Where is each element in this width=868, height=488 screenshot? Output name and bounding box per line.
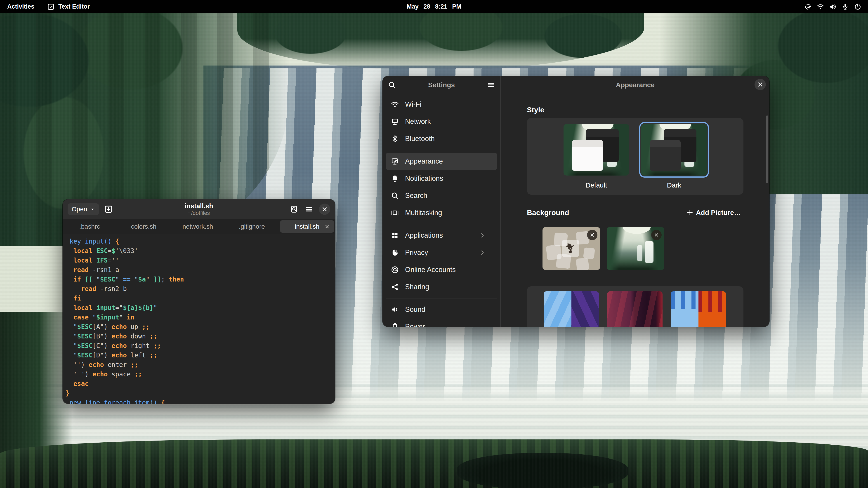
sidebar-item-multitasking[interactable]: Multitasking <box>385 204 497 221</box>
code-line: esac <box>66 379 335 389</box>
sidebar-item-power[interactable]: Power <box>385 318 497 327</box>
bluetooth-icon <box>391 135 399 142</box>
sidebar-item-bluetooth[interactable]: Bluetooth <box>385 130 497 147</box>
desktop: Activities Text Editor May 28 8:21 PM Op… <box>0 0 868 488</box>
decor-square <box>583 248 595 259</box>
settings-title: Settings <box>397 81 486 89</box>
focused-app-name: Text Editor <box>58 3 90 10</box>
at-icon <box>391 266 399 273</box>
scrollbar[interactable] <box>766 116 768 183</box>
code-line: local IFS='' <box>66 256 335 265</box>
microphone-icon[interactable] <box>842 3 849 10</box>
settings-search-button[interactable] <box>387 80 397 90</box>
volume-icon[interactable] <box>829 3 836 10</box>
activities-button[interactable]: Activities <box>7 3 34 10</box>
night-light-icon[interactable] <box>804 3 811 10</box>
sidebar-item-sound[interactable]: Sound <box>385 301 497 318</box>
style-option-default[interactable]: Default <box>563 124 629 195</box>
plus-icon <box>686 209 693 216</box>
style-preview-dark[interactable] <box>641 124 707 175</box>
background-thumbnail-abstract[interactable] <box>542 227 600 270</box>
wallpaper-option-blue-orange-drips[interactable] <box>671 291 726 327</box>
system-tray[interactable] <box>804 0 861 13</box>
add-picture-button[interactable]: Add Picture… <box>686 209 741 217</box>
style-card: Default Dark <box>527 118 743 195</box>
style-preview-default[interactable] <box>563 124 629 175</box>
remove-background-button[interactable] <box>587 230 597 240</box>
appearance-panel[interactable]: Style Default <box>501 94 770 327</box>
share-icon <box>391 283 399 291</box>
sidebar-item-label: Applications <box>405 231 443 239</box>
chevron-right-icon <box>479 250 486 256</box>
search-icon <box>391 192 399 199</box>
preview-front-window-dark <box>650 140 681 171</box>
thumbnail-waterfall <box>637 245 643 261</box>
style-option-dark[interactable]: Dark <box>641 124 707 195</box>
new-tab-button[interactable] <box>103 204 114 215</box>
settings-menu-button[interactable] <box>486 80 496 90</box>
tab-bashrc[interactable]: .bashrc <box>63 219 117 234</box>
tab-network-sh[interactable]: network.sh <box>170 219 225 234</box>
remove-background-button[interactable] <box>651 230 662 240</box>
editor-close-button[interactable] <box>319 203 330 215</box>
settings-window: Settings Wi-Fi Network Bluetooth Appeara… <box>382 76 770 327</box>
bell-icon <box>391 175 399 182</box>
wifi-icon[interactable] <box>817 3 824 10</box>
chevron-down-icon <box>90 207 95 212</box>
clock-button[interactable]: May 28 8:21 PM <box>407 3 461 10</box>
divider <box>386 224 497 224</box>
sidebar-item-network[interactable]: Network <box>385 113 497 130</box>
tab-bar: .bashrccolors.shnetwork.sh.gitignoreinst… <box>63 219 335 234</box>
code-line: local input="${a}${b}" <box>66 303 335 313</box>
privacy-icon <box>391 249 399 256</box>
settings-nav-list: Wi-Fi Network Bluetooth Appearance Notif… <box>382 94 500 327</box>
sidebar-item-appearance[interactable]: Appearance <box>385 153 497 170</box>
text-editor-app-icon <box>47 3 55 11</box>
sidebar-headerbar: Settings <box>382 76 500 94</box>
search-document-button[interactable] <box>289 204 299 214</box>
sidebar-item-privacy[interactable]: Privacy <box>385 244 497 261</box>
sidebar-item-label: Multitasking <box>405 209 442 217</box>
sidebar-item-wi-fi[interactable]: Wi-Fi <box>385 96 497 113</box>
sidebar-item-label: Power <box>405 323 425 327</box>
sidebar-item-online-accounts[interactable]: Online Accounts <box>385 261 497 278</box>
code-line: ' ') echo space ;; <box>66 369 335 379</box>
focused-app-indicator[interactable]: Text Editor <box>47 3 90 11</box>
tab-gitignore[interactable]: .gitignore <box>225 219 279 234</box>
open-button[interactable]: Open <box>68 203 99 215</box>
code-line: "$ESC[C") echo right ;; <box>66 341 335 351</box>
code-line: } <box>66 389 335 398</box>
style-heading: Style <box>527 106 743 114</box>
sidebar-item-search[interactable]: Search <box>385 187 497 204</box>
document-filename: install.sh <box>185 202 213 210</box>
code-line: local ESC=$'\033' <box>66 246 335 256</box>
editor-menu-button[interactable] <box>304 204 314 214</box>
style-label-dark: Dark <box>641 182 707 189</box>
chevron-right-icon <box>479 232 486 238</box>
default-wallpapers-card <box>527 286 743 327</box>
apps-icon <box>391 232 399 239</box>
power-icon[interactable] <box>854 3 861 10</box>
sidebar-item-applications[interactable]: Applications <box>385 227 497 244</box>
wifi-icon <box>391 101 399 108</box>
wallpaper-option-blue-purple-geometric[interactable] <box>544 291 599 327</box>
sidebar-item-label: Online Accounts <box>405 266 456 274</box>
settings-sidebar: Settings Wi-Fi Network Bluetooth Appeara… <box>382 76 501 327</box>
wallpaper-option-maroon-waves[interactable] <box>607 291 662 327</box>
sound-icon <box>391 306 399 313</box>
code-line: "$ESC[D") echo left ;; <box>66 351 335 360</box>
close-tab-button[interactable] <box>324 223 331 230</box>
code-line: '') echo enter ;; <box>66 360 335 369</box>
tab-install-sh[interactable]: install.sh <box>280 220 334 233</box>
sidebar-item-sharing[interactable]: Sharing <box>385 278 497 295</box>
code-line: read -rsn2 b <box>66 284 335 294</box>
tab-colors-sh[interactable]: colors.sh <box>117 219 170 234</box>
settings-close-button[interactable] <box>754 79 766 90</box>
code-editor[interactable]: _key_input() { local ESC=$'\033' local I… <box>63 234 335 404</box>
sidebar-item-notifications[interactable]: Notifications <box>385 170 497 187</box>
sidebar-item-label: Notifications <box>405 174 443 183</box>
top-bar: Activities Text Editor May 28 8:21 PM <box>0 0 868 13</box>
sidebar-item-label: Privacy <box>405 249 428 257</box>
sidebar-item-label: Bluetooth <box>405 135 435 143</box>
background-thumbnail-forest[interactable] <box>607 227 664 270</box>
